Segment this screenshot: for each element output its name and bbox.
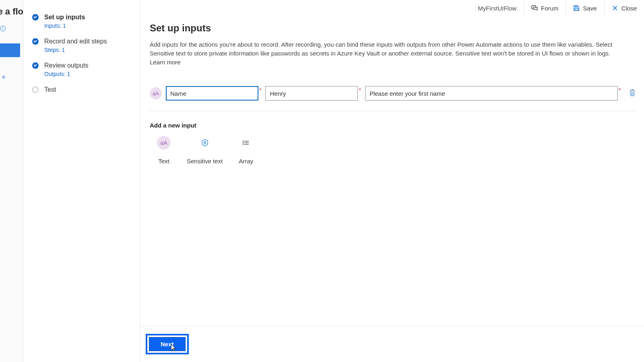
type-text-label: Text (158, 158, 169, 165)
text-type-icon: aA (150, 87, 162, 99)
array-type-icon (239, 136, 253, 150)
page-title: Set up inputs (150, 23, 639, 34)
step-test[interactable]: Test (23, 81, 140, 98)
delete-input-button[interactable] (629, 88, 636, 98)
command-bar: MyFirstUIFlow Forum Save Close (471, 0, 644, 16)
learn-more-link[interactable]: Learn more (150, 59, 181, 66)
input-description-field[interactable] (365, 86, 618, 101)
delete-icon (629, 88, 636, 97)
content-area: Set up inputs Add inputs for the actions… (150, 23, 639, 326)
step-record-edit[interactable]: Record and edit steps Steps: 1 (23, 33, 140, 57)
svg-point-8 (204, 142, 206, 143)
input-definition-row: aA * * * (150, 86, 636, 111)
step-review-outputs[interactable]: Review outputs Outputs: 1 (23, 57, 140, 81)
close-button[interactable]: Close (604, 0, 644, 16)
forum-icon (531, 5, 538, 11)
save-button[interactable]: Save (566, 0, 604, 16)
type-array-label: Array (239, 158, 253, 165)
input-description-field-wrap: * (365, 86, 621, 101)
required-marker: * (359, 87, 361, 93)
step-label: Record and edit steps (44, 37, 107, 46)
flow-name-label: MyFirstUIFlow (471, 0, 524, 16)
input-sample-field-wrap: * (265, 86, 361, 101)
next-button-highlight: Next (146, 334, 189, 354)
step-pending-icon (32, 86, 39, 93)
step-label: Test (44, 85, 56, 94)
background-panel: ake a flo i + nated even ate i te work m… (0, 0, 23, 362)
footer-bar: Next (140, 326, 644, 362)
step-done-icon (32, 38, 39, 45)
plus-icon: + (2, 73, 6, 82)
add-new-input-label: Add a new input (150, 122, 639, 129)
next-button[interactable]: Next (149, 337, 186, 351)
save-icon (573, 5, 580, 11)
required-marker: * (619, 87, 621, 93)
page-description: Add inputs for the actions you're about … (150, 40, 625, 67)
wizard-sidebar: Set up inputs Inputs: 1 Record and edit … (23, 0, 140, 362)
type-sensitive-label: Sensitive text (187, 158, 223, 165)
required-marker: * (259, 87, 261, 93)
forum-button[interactable]: Forum (524, 0, 566, 16)
close-label: Close (621, 5, 637, 12)
close-icon (612, 5, 618, 11)
add-sensitive-text-button[interactable]: Sensitive text (187, 136, 223, 165)
forum-label: Forum (541, 5, 558, 12)
step-sublabel: Steps: 1 (44, 47, 107, 53)
sensitive-text-icon (198, 136, 212, 150)
save-label: Save (583, 5, 597, 12)
svg-rect-3 (575, 8, 578, 10)
step-done-icon (32, 62, 39, 69)
input-type-options: aA Text Sensitive text (150, 136, 639, 165)
input-name-field[interactable] (166, 86, 258, 101)
background-highlight (0, 43, 20, 57)
step-done-icon (32, 14, 39, 21)
input-name-field-wrap: * (166, 86, 261, 101)
add-array-input-button[interactable]: Array (239, 136, 253, 165)
step-label: Review outputs (44, 61, 88, 70)
info-icon: i (0, 26, 6, 31)
step-label: Set up inputs (44, 13, 85, 22)
step-sublabel: Inputs: 1 (44, 23, 85, 29)
step-sublabel: Outputs: 1 (44, 71, 88, 77)
step-set-up-inputs[interactable]: Set up inputs Inputs: 1 (23, 9, 140, 33)
input-sample-field[interactable] (265, 86, 358, 101)
background-title: ake a flo (0, 6, 23, 17)
svg-rect-2 (575, 6, 577, 7)
main-panel: MyFirstUIFlow Forum Save Close Set u (140, 0, 644, 362)
text-type-icon: aA (157, 136, 171, 150)
add-text-input-button[interactable]: aA Text (157, 136, 171, 165)
